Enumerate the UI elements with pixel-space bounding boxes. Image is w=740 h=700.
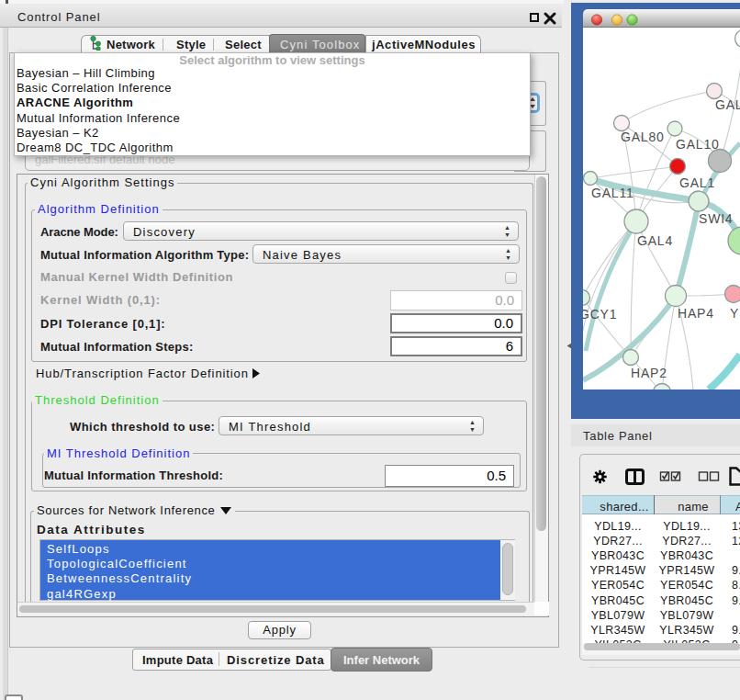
svg-text:HAP4: HAP4: [678, 306, 714, 321]
svg-text:HAP2: HAP2: [631, 366, 667, 380]
svg-text:GAL4: GAL4: [637, 233, 673, 248]
svg-text:GAL2: GAL2: [715, 97, 740, 112]
svg-text:GCY1: GCY1: [583, 307, 617, 322]
svg-text:YM: YM: [730, 306, 740, 321]
svg-text:GAL11: GAL11: [591, 186, 634, 200]
svg-text:GAL80: GAL80: [621, 130, 665, 144]
svg-text:SWI4: SWI4: [699, 211, 733, 226]
svg-text:GAL10: GAL10: [676, 137, 720, 152]
svg-text:GAL1: GAL1: [679, 175, 715, 190]
